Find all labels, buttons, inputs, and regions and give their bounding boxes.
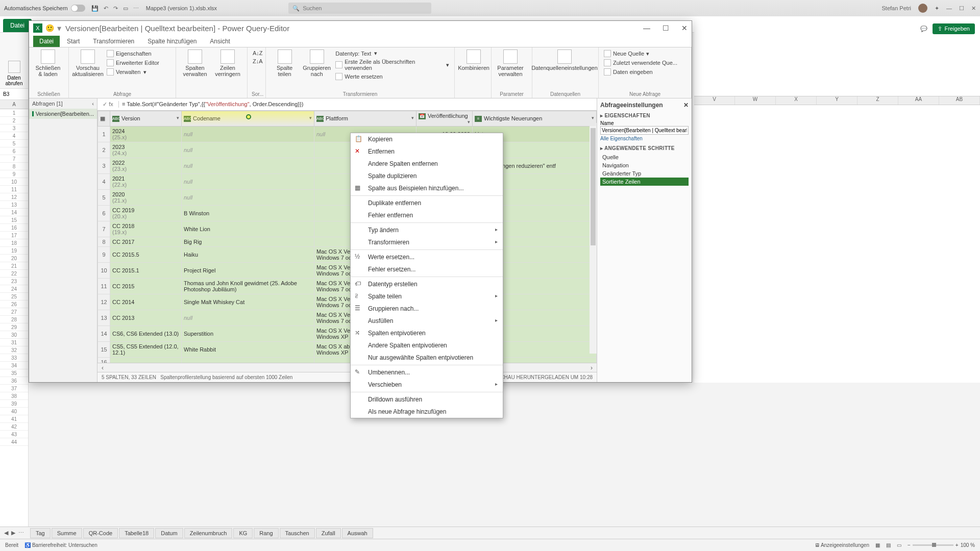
sheet-tab[interactable]: Tag xyxy=(30,528,51,538)
formula-text[interactable]: = Table.Sort(#"Geänderter Typ",{{"Veröff… xyxy=(119,101,597,108)
avatar[interactable] xyxy=(918,4,927,13)
cell-codename[interactable]: White Rabbit xyxy=(182,342,314,358)
tab-start[interactable]: Start xyxy=(61,36,86,47)
pq-maximize-icon[interactable]: ☐ xyxy=(663,24,669,32)
row-header[interactable]: 41 xyxy=(0,415,28,423)
close-settings-icon[interactable]: ✕ xyxy=(683,102,689,109)
comments-icon[interactable]: 💬 xyxy=(920,26,927,32)
applied-step[interactable]: Navigation xyxy=(600,161,689,169)
table-row[interactable]: 22023(24.x)null9.2022List xyxy=(98,142,597,158)
cell-version[interactable]: 2021(22.x) xyxy=(110,174,182,190)
coming-soon-icon[interactable]: ✦ xyxy=(935,5,939,12)
ctx-unpivot[interactable]: ⤭Spalten entpivotieren xyxy=(351,327,503,339)
row-header[interactable]: 8 xyxy=(0,163,28,170)
query-item[interactable]: Versionen[Bearbeiten... xyxy=(29,109,97,119)
row-header[interactable]: 3 xyxy=(0,124,28,132)
zoom-slider[interactable] xyxy=(913,544,953,546)
table-row[interactable]: 12024(25.x)nullnull13.09.2023List xyxy=(98,127,597,142)
row-number[interactable]: 12 xyxy=(98,294,110,310)
table-row[interactable]: 6CC 2019(20.x)B Winston7.2018List xyxy=(98,206,597,221)
col-plattform[interactable]: ABCPlattform▾ xyxy=(314,111,416,127)
row-header[interactable]: 18 xyxy=(0,239,28,247)
row-number[interactable]: 3 xyxy=(98,158,110,174)
manage-columns-button[interactable]: Spalten verwalten xyxy=(180,49,210,77)
applied-step[interactable]: Sortierte Zeilen xyxy=(600,178,689,186)
view-normal-icon[interactable]: ▦ xyxy=(875,542,880,548)
cell-codename[interactable]: Thomas und John Knoll gewidmet (25. Adob… xyxy=(182,279,314,294)
col-header-a[interactable]: A xyxy=(0,100,28,109)
pq-close-icon[interactable]: ✕ xyxy=(681,24,688,32)
row-header[interactable]: 31 xyxy=(0,339,28,346)
cell-version[interactable]: 2022(23.x) xyxy=(110,158,182,174)
row-header[interactable]: 11 xyxy=(0,186,28,193)
col-version[interactable]: ABCVersion▾ xyxy=(110,111,182,127)
file-tab[interactable]: Datei xyxy=(3,19,32,32)
zoom-control[interactable]: − + 100 % xyxy=(908,542,975,548)
ctx-duplicate[interactable]: Spalte duplizieren xyxy=(351,170,503,182)
advanced-editor-button[interactable]: Erweiterter Editor xyxy=(106,59,160,67)
sheet-tab[interactable]: Zeilenumbruch xyxy=(184,528,233,538)
table-row[interactable]: 52020(21.x)null1.2019List xyxy=(98,190,597,206)
row-header[interactable]: 34 xyxy=(0,362,28,369)
ctx-create-datatype[interactable]: 🏷Datentyp erstellen xyxy=(351,278,503,290)
ctx-split[interactable]: ⫔Spalte teilen▸ xyxy=(351,290,503,303)
minimize-icon[interactable]: — xyxy=(946,5,952,11)
more-icon[interactable]: ⋯ xyxy=(133,5,139,12)
ctx-unpivot-other[interactable]: Andere Spalten entpivotieren xyxy=(351,339,503,352)
reduce-rows-button[interactable]: Zeilen verringern xyxy=(213,49,242,77)
row-header[interactable]: 36 xyxy=(0,377,28,385)
row-number-header[interactable]: ▦ xyxy=(98,111,110,127)
row-header[interactable]: 13 xyxy=(0,201,28,209)
cell-codename[interactable]: White Lion xyxy=(182,221,314,237)
row-header[interactable]: 35 xyxy=(0,369,28,377)
data-grid[interactable]: ▦ ABCVersion▾ ABCCodename▾ ABCPlattform▾… xyxy=(97,111,597,363)
applied-step[interactable]: Geänderter Typ xyxy=(600,169,689,178)
row-header[interactable]: 17 xyxy=(0,232,28,239)
row-header[interactable]: 15 xyxy=(0,216,28,224)
row-header[interactable]: 9 xyxy=(0,170,28,178)
row-number[interactable]: 2 xyxy=(98,142,110,158)
ctx-group[interactable]: ☰Gruppieren nach... xyxy=(351,303,503,315)
table-row[interactable]: 16 xyxy=(98,358,597,363)
row-header[interactable]: 22 xyxy=(0,270,28,278)
table-row[interactable]: 13CC 2013nullMac OS X VersionWindows 7 o… xyxy=(98,310,597,326)
row-number[interactable]: 15 xyxy=(98,342,110,358)
autosave-toggle[interactable]: Automatisches Speichern xyxy=(4,5,85,12)
close-icon[interactable]: ✕ xyxy=(971,5,976,12)
cell-version[interactable]: 2023(24.x) xyxy=(110,142,182,158)
accessibility-status[interactable]: ♿ Barrierefreiheit: Untersuchen xyxy=(24,542,97,548)
table-row[interactable]: 9CC 2015.5HaikuMac OS X VersionWindows 7… xyxy=(98,247,597,263)
col-header[interactable]: X xyxy=(776,96,817,105)
ctx-replace-values[interactable]: ½Werte ersetzen... xyxy=(351,251,503,263)
maximize-icon[interactable]: ☐ xyxy=(959,5,964,12)
sort-asc-button[interactable]: A↓Z xyxy=(252,49,264,57)
cell-version[interactable]: 2024(25.x) xyxy=(110,127,182,142)
row-header[interactable]: 5 xyxy=(0,140,28,147)
cell-codename[interactable]: B Winston xyxy=(182,206,314,221)
close-load-button[interactable]: Schließen & laden xyxy=(33,49,63,77)
row-number[interactable]: 8 xyxy=(98,237,110,247)
redo-icon[interactable]: ↷ xyxy=(113,5,118,12)
row-header[interactable]: 14 xyxy=(0,209,28,216)
col-neuerungen[interactable]: ≡Wichtigste Neuerungen▾ xyxy=(473,111,597,127)
cell-version[interactable]: 2020(21.x) xyxy=(110,190,182,206)
ctx-replace-errors[interactable]: Fehler ersetzen... xyxy=(351,263,503,276)
row-header[interactable]: 37 xyxy=(0,385,28,392)
row-number[interactable]: 13 xyxy=(98,310,110,326)
cell-codename[interactable]: Superstition xyxy=(182,326,314,342)
zoom-in-icon[interactable]: + xyxy=(955,542,959,548)
name-box[interactable]: B3 xyxy=(0,89,28,100)
ctx-move[interactable]: Verschieben▸ xyxy=(351,379,503,391)
col-codename[interactable]: ABCCodename▾ xyxy=(182,111,314,127)
row-header[interactable]: 28 xyxy=(0,316,28,323)
sheet-tab[interactable]: Tabelle18 xyxy=(119,528,154,538)
row-header[interactable]: 4 xyxy=(0,132,28,140)
cell-version[interactable]: CS5, CS5 Extended (12.0, 12.1) xyxy=(110,342,182,358)
table-row[interactable]: 32022(23.x)null7.2021"Verwacklungen redu… xyxy=(98,158,597,174)
cell-codename[interactable]: Big Rig xyxy=(182,237,314,247)
cell-codename[interactable]: null xyxy=(182,190,314,206)
data-source-settings-button[interactable]: Datenquelleneinstellungen xyxy=(536,49,593,71)
sheet-tab[interactable]: Datum xyxy=(155,528,183,538)
table-row[interactable]: 15CS5, CS5 Extended (12.0, 12.1)White Ra… xyxy=(98,342,597,358)
cell-codename[interactable]: Single Malt Whiskey Cat xyxy=(182,294,314,310)
